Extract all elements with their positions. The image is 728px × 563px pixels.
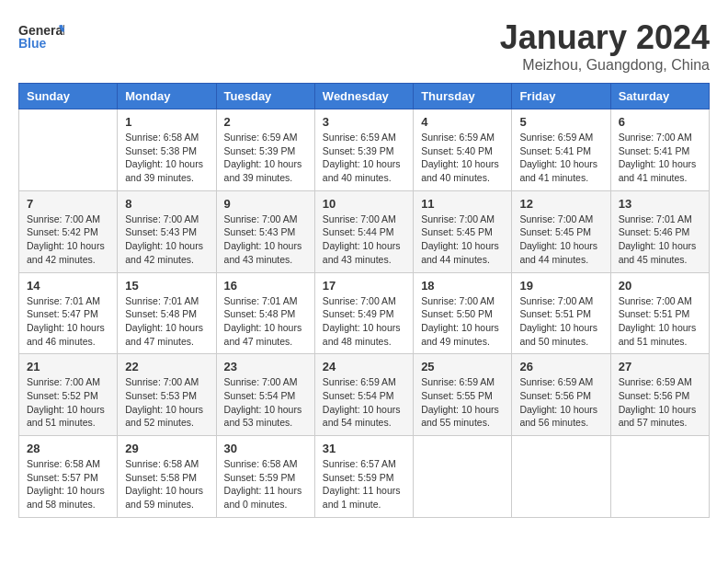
- table-cell: 17 Sunrise: 7:00 AMSunset: 5:49 PMDaylig…: [314, 272, 413, 354]
- day-number: 5: [519, 115, 602, 129]
- day-info: Sunrise: 7:00 AMSunset: 5:41 PMDaylight:…: [619, 131, 701, 185]
- day-number: 29: [125, 442, 208, 455]
- table-cell: 21 Sunrise: 7:00 AMSunset: 5:52 PMDaylig…: [19, 354, 118, 436]
- table-cell: 26 Sunrise: 6:59 AMSunset: 5:56 PMDaylig…: [512, 354, 610, 436]
- day-number: 8: [125, 197, 208, 211]
- table-cell: 3 Sunrise: 6:59 AMSunset: 5:39 PMDayligh…: [314, 109, 413, 191]
- day-number: 15: [125, 279, 208, 293]
- day-info: Sunrise: 7:00 AMSunset: 5:43 PMDaylight:…: [224, 213, 307, 267]
- day-number: 21: [27, 360, 109, 373]
- table-cell: 12 Sunrise: 7:00 AMSunset: 5:45 PMDaylig…: [512, 190, 610, 272]
- day-info: Sunrise: 7:00 AMSunset: 5:43 PMDaylight:…: [125, 213, 208, 267]
- day-info: Sunrise: 7:01 AMSunset: 5:48 PMDaylight:…: [224, 294, 307, 349]
- table-cell: 14 Sunrise: 7:01 AMSunset: 5:47 PMDaylig…: [19, 272, 118, 354]
- day-number: 28: [27, 442, 109, 455]
- table-cell: 27 Sunrise: 6:59 AMSunset: 5:56 PMDaylig…: [610, 354, 709, 436]
- day-number: 23: [224, 360, 307, 373]
- day-info: Sunrise: 6:59 AMSunset: 5:39 PMDaylight:…: [323, 131, 405, 185]
- day-info: Sunrise: 7:00 AMSunset: 5:42 PMDaylight:…: [27, 213, 109, 267]
- day-number: 30: [224, 442, 307, 455]
- table-cell: 16 Sunrise: 7:01 AMSunset: 5:48 PMDaylig…: [216, 272, 314, 354]
- table-cell: 4 Sunrise: 6:59 AMSunset: 5:40 PMDayligh…: [414, 109, 512, 191]
- day-info: Sunrise: 7:00 AMSunset: 5:54 PMDaylight:…: [224, 375, 307, 430]
- table-cell: 22 Sunrise: 7:00 AMSunset: 5:53 PMDaylig…: [118, 354, 216, 436]
- day-number: 16: [224, 279, 307, 293]
- day-info: Sunrise: 7:00 AMSunset: 5:49 PMDaylight:…: [323, 294, 405, 349]
- month-title: January 2024: [500, 18, 710, 57]
- day-number: 10: [323, 197, 405, 211]
- col-saturday: Saturday: [610, 84, 709, 109]
- week-row-5: 28 Sunrise: 6:58 AMSunset: 5:57 PMDaylig…: [19, 436, 710, 518]
- day-number: 14: [27, 279, 109, 293]
- week-row-4: 21 Sunrise: 7:00 AMSunset: 5:52 PMDaylig…: [19, 354, 710, 436]
- day-number: 9: [224, 197, 307, 211]
- day-number: 26: [519, 360, 602, 373]
- day-number: 12: [519, 197, 602, 211]
- calendar-table: Sunday Monday Tuesday Wednesday Thursday…: [18, 83, 710, 518]
- location-title: Meizhou, Guangdong, China: [500, 57, 710, 74]
- page-header: General Blue January 2024 Meizhou, Guang…: [18, 18, 710, 74]
- day-info: Sunrise: 7:01 AMSunset: 5:46 PMDaylight:…: [619, 213, 701, 267]
- day-info: Sunrise: 6:58 AMSunset: 5:57 PMDaylight:…: [27, 457, 109, 511]
- day-info: Sunrise: 6:59 AMSunset: 5:56 PMDaylight:…: [619, 375, 701, 430]
- day-number: 18: [421, 279, 504, 293]
- day-info: Sunrise: 7:00 AMSunset: 5:44 PMDaylight:…: [323, 213, 405, 267]
- day-number: 19: [519, 279, 602, 293]
- week-row-3: 14 Sunrise: 7:01 AMSunset: 5:47 PMDaylig…: [19, 272, 710, 354]
- table-cell: 15 Sunrise: 7:01 AMSunset: 5:48 PMDaylig…: [118, 272, 216, 354]
- day-info: Sunrise: 7:00 AMSunset: 5:45 PMDaylight:…: [519, 213, 602, 267]
- table-cell: 5 Sunrise: 6:59 AMSunset: 5:41 PMDayligh…: [512, 109, 610, 191]
- table-cell: 20 Sunrise: 7:00 AMSunset: 5:51 PMDaylig…: [610, 272, 709, 354]
- day-info: Sunrise: 7:00 AMSunset: 5:50 PMDaylight:…: [421, 294, 504, 349]
- col-wednesday: Wednesday: [314, 84, 413, 109]
- table-cell: [610, 436, 709, 518]
- table-cell: 13 Sunrise: 7:01 AMSunset: 5:46 PMDaylig…: [610, 190, 709, 272]
- day-info: Sunrise: 6:59 AMSunset: 5:40 PMDaylight:…: [421, 131, 504, 185]
- day-info: Sunrise: 6:59 AMSunset: 5:55 PMDaylight:…: [421, 375, 504, 430]
- table-cell: 23 Sunrise: 7:00 AMSunset: 5:54 PMDaylig…: [216, 354, 314, 436]
- table-cell: 8 Sunrise: 7:00 AMSunset: 5:43 PMDayligh…: [118, 190, 216, 272]
- col-thursday: Thursday: [414, 84, 512, 109]
- table-cell: 24 Sunrise: 6:59 AMSunset: 5:54 PMDaylig…: [314, 354, 413, 436]
- day-number: 27: [619, 360, 701, 373]
- col-monday: Monday: [118, 84, 216, 109]
- day-number: 13: [619, 197, 701, 211]
- table-cell: 6 Sunrise: 7:00 AMSunset: 5:41 PMDayligh…: [610, 109, 709, 191]
- logo-icon: General Blue: [18, 18, 64, 55]
- day-number: 3: [323, 115, 405, 129]
- day-info: Sunrise: 6:59 AMSunset: 5:56 PMDaylight:…: [519, 375, 602, 430]
- day-number: 2: [224, 115, 307, 129]
- day-info: Sunrise: 6:59 AMSunset: 5:54 PMDaylight:…: [323, 375, 405, 430]
- table-cell: 30 Sunrise: 6:58 AMSunset: 5:59 PMDaylig…: [216, 436, 314, 518]
- day-info: Sunrise: 7:01 AMSunset: 5:47 PMDaylight:…: [27, 294, 109, 349]
- day-info: Sunrise: 7:00 AMSunset: 5:53 PMDaylight:…: [125, 375, 208, 430]
- day-number: 7: [27, 197, 109, 211]
- day-info: Sunrise: 6:58 AMSunset: 5:38 PMDaylight:…: [125, 131, 208, 185]
- day-number: 24: [323, 360, 405, 373]
- table-cell: 28 Sunrise: 6:58 AMSunset: 5:57 PMDaylig…: [19, 436, 118, 518]
- day-number: 25: [421, 360, 504, 373]
- day-number: 22: [125, 360, 208, 373]
- day-info: Sunrise: 6:59 AMSunset: 5:39 PMDaylight:…: [224, 131, 307, 185]
- col-friday: Friday: [512, 84, 610, 109]
- logo: General Blue: [18, 18, 64, 55]
- table-cell: 9 Sunrise: 7:00 AMSunset: 5:43 PMDayligh…: [216, 190, 314, 272]
- day-info: Sunrise: 6:57 AMSunset: 5:59 PMDaylight:…: [323, 457, 405, 511]
- week-row-1: 1 Sunrise: 6:58 AMSunset: 5:38 PMDayligh…: [19, 109, 710, 191]
- table-cell: 7 Sunrise: 7:00 AMSunset: 5:42 PMDayligh…: [19, 190, 118, 272]
- table-cell: [512, 436, 610, 518]
- day-number: 31: [323, 442, 405, 455]
- day-number: 6: [619, 115, 701, 129]
- week-row-2: 7 Sunrise: 7:00 AMSunset: 5:42 PMDayligh…: [19, 190, 710, 272]
- day-number: 1: [125, 115, 208, 129]
- day-info: Sunrise: 7:00 AMSunset: 5:52 PMDaylight:…: [27, 375, 109, 430]
- table-cell: 18 Sunrise: 7:00 AMSunset: 5:50 PMDaylig…: [414, 272, 512, 354]
- day-number: 4: [421, 115, 504, 129]
- table-cell: 25 Sunrise: 6:59 AMSunset: 5:55 PMDaylig…: [414, 354, 512, 436]
- table-cell: 2 Sunrise: 6:59 AMSunset: 5:39 PMDayligh…: [216, 109, 314, 191]
- day-info: Sunrise: 7:01 AMSunset: 5:48 PMDaylight:…: [125, 294, 208, 349]
- day-number: 11: [421, 197, 504, 211]
- table-cell: 11 Sunrise: 7:00 AMSunset: 5:45 PMDaylig…: [414, 190, 512, 272]
- day-info: Sunrise: 6:58 AMSunset: 5:59 PMDaylight:…: [224, 457, 307, 511]
- table-cell: 1 Sunrise: 6:58 AMSunset: 5:38 PMDayligh…: [118, 109, 216, 191]
